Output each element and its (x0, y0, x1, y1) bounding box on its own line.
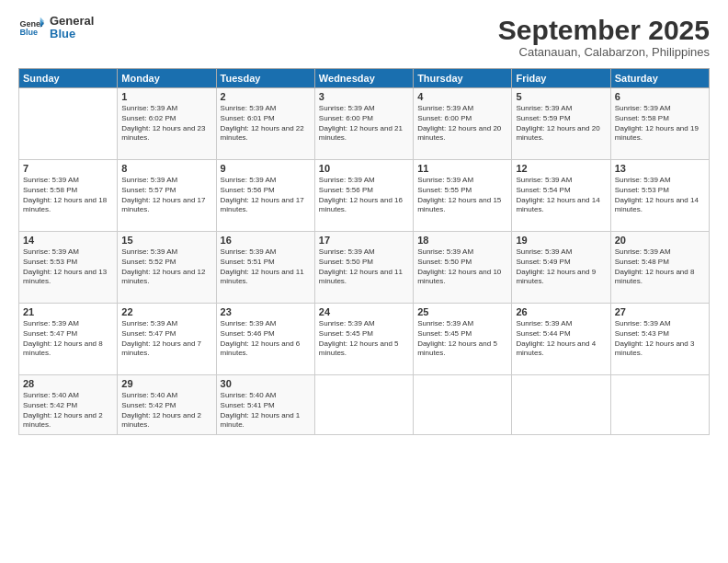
day-cell: 15Sunrise: 5:39 AM Sunset: 5:52 PM Dayli… (118, 232, 216, 304)
day-cell: 24Sunrise: 5:39 AM Sunset: 5:45 PM Dayli… (314, 304, 413, 375)
day-cell: 7Sunrise: 5:39 AM Sunset: 5:58 PM Daylig… (19, 160, 118, 232)
week-row-1: 7Sunrise: 5:39 AM Sunset: 5:58 PM Daylig… (19, 160, 710, 232)
day-number: 14 (23, 235, 113, 246)
day-number: 10 (319, 163, 409, 174)
week-row-4: 28Sunrise: 5:40 AM Sunset: 5:42 PM Dayli… (19, 375, 710, 435)
day-cell: 28Sunrise: 5:40 AM Sunset: 5:42 PM Dayli… (19, 375, 118, 435)
logo-icon: General Blue (18, 15, 44, 40)
day-number: 20 (615, 235, 705, 246)
day-number: 1 (121, 91, 211, 102)
week-row-3: 21Sunrise: 5:39 AM Sunset: 5:47 PM Dayli… (19, 304, 710, 375)
header-cell-monday: Monday (118, 69, 216, 88)
header: General Blue General Blue September 2025… (18, 15, 710, 59)
day-cell: 1Sunrise: 5:39 AM Sunset: 6:02 PM Daylig… (118, 88, 216, 160)
header-cell-saturday: Saturday (610, 69, 709, 88)
day-cell: 11Sunrise: 5:39 AM Sunset: 5:55 PM Dayli… (414, 160, 512, 232)
week-row-0: 1Sunrise: 5:39 AM Sunset: 6:02 PM Daylig… (19, 88, 710, 160)
logo: General Blue General Blue (18, 15, 94, 41)
day-cell (512, 375, 610, 435)
day-number: 22 (121, 306, 211, 317)
header-cell-friday: Friday (512, 69, 610, 88)
day-cell: 9Sunrise: 5:39 AM Sunset: 5:56 PM Daylig… (216, 160, 314, 232)
calendar-table: SundayMondayTuesdayWednesdayThursdayFrid… (18, 68, 710, 435)
cell-info: Sunrise: 5:39 AM Sunset: 5:52 PM Dayligh… (121, 247, 211, 287)
cell-info: Sunrise: 5:39 AM Sunset: 5:43 PM Dayligh… (615, 319, 705, 359)
day-number: 29 (121, 378, 211, 389)
cell-info: Sunrise: 5:39 AM Sunset: 5:45 PM Dayligh… (417, 319, 507, 359)
day-number: 13 (615, 163, 705, 174)
day-cell: 12Sunrise: 5:39 AM Sunset: 5:54 PM Dayli… (512, 160, 610, 232)
day-number: 19 (516, 235, 606, 246)
day-cell: 3Sunrise: 5:39 AM Sunset: 6:00 PM Daylig… (314, 88, 413, 160)
day-cell: 22Sunrise: 5:39 AM Sunset: 5:47 PM Dayli… (118, 304, 216, 375)
day-cell: 26Sunrise: 5:39 AM Sunset: 5:44 PM Dayli… (512, 304, 610, 375)
cell-info: Sunrise: 5:39 AM Sunset: 5:46 PM Dayligh… (221, 319, 311, 359)
day-cell (314, 375, 413, 435)
day-cell: 2Sunrise: 5:39 AM Sunset: 6:01 PM Daylig… (216, 88, 314, 160)
day-number: 8 (121, 163, 211, 174)
day-number: 9 (221, 163, 311, 174)
day-number: 5 (516, 91, 606, 102)
cell-info: Sunrise: 5:39 AM Sunset: 5:47 PM Dayligh… (23, 319, 113, 359)
day-cell: 18Sunrise: 5:39 AM Sunset: 5:50 PM Dayli… (414, 232, 512, 304)
cell-info: Sunrise: 5:39 AM Sunset: 5:50 PM Dayligh… (417, 247, 507, 287)
cell-info: Sunrise: 5:39 AM Sunset: 5:50 PM Dayligh… (319, 247, 409, 287)
cell-info: Sunrise: 5:39 AM Sunset: 5:49 PM Dayligh… (516, 247, 606, 287)
day-cell (610, 375, 709, 435)
header-cell-thursday: Thursday (414, 69, 512, 88)
cell-info: Sunrise: 5:39 AM Sunset: 6:01 PM Dayligh… (221, 104, 311, 144)
cell-info: Sunrise: 5:39 AM Sunset: 5:59 PM Dayligh… (516, 104, 606, 144)
header-cell-sunday: Sunday (19, 69, 118, 88)
day-number: 28 (23, 378, 113, 389)
day-number: 15 (121, 235, 211, 246)
cell-info: Sunrise: 5:39 AM Sunset: 5:47 PM Dayligh… (121, 319, 211, 359)
logo-line1: General (50, 15, 94, 28)
cell-info: Sunrise: 5:40 AM Sunset: 5:42 PM Dayligh… (23, 391, 113, 431)
day-cell: 5Sunrise: 5:39 AM Sunset: 5:59 PM Daylig… (512, 88, 610, 160)
day-number: 4 (417, 91, 507, 102)
week-row-2: 14Sunrise: 5:39 AM Sunset: 5:53 PM Dayli… (19, 232, 710, 304)
day-cell: 10Sunrise: 5:39 AM Sunset: 5:56 PM Dayli… (314, 160, 413, 232)
cell-info: Sunrise: 5:39 AM Sunset: 5:54 PM Dayligh… (516, 176, 606, 215)
cell-info: Sunrise: 5:39 AM Sunset: 5:53 PM Dayligh… (23, 247, 113, 287)
day-number: 6 (615, 91, 705, 102)
month-title: September 2025 (498, 15, 710, 45)
day-cell: 16Sunrise: 5:39 AM Sunset: 5:51 PM Dayli… (216, 232, 314, 304)
day-number: 18 (417, 235, 507, 246)
day-number: 27 (615, 306, 705, 317)
day-number: 26 (516, 306, 606, 317)
cell-info: Sunrise: 5:39 AM Sunset: 5:55 PM Dayligh… (417, 176, 507, 215)
cell-info: Sunrise: 5:39 AM Sunset: 6:00 PM Dayligh… (319, 104, 409, 144)
day-number: 11 (417, 163, 507, 174)
day-number: 25 (417, 306, 507, 317)
day-cell: 29Sunrise: 5:40 AM Sunset: 5:42 PM Dayli… (118, 375, 216, 435)
cell-info: Sunrise: 5:39 AM Sunset: 5:56 PM Dayligh… (319, 176, 409, 215)
cell-info: Sunrise: 5:39 AM Sunset: 5:48 PM Dayligh… (615, 247, 705, 287)
day-cell: 23Sunrise: 5:39 AM Sunset: 5:46 PM Dayli… (216, 304, 314, 375)
day-cell: 25Sunrise: 5:39 AM Sunset: 5:45 PM Dayli… (414, 304, 512, 375)
day-number: 24 (319, 306, 409, 317)
day-cell: 17Sunrise: 5:39 AM Sunset: 5:50 PM Dayli… (314, 232, 413, 304)
day-number: 17 (319, 235, 409, 246)
day-cell (414, 375, 512, 435)
cell-info: Sunrise: 5:39 AM Sunset: 5:51 PM Dayligh… (221, 247, 311, 287)
svg-text:Blue: Blue (19, 29, 38, 38)
day-cell: 20Sunrise: 5:39 AM Sunset: 5:48 PM Dayli… (610, 232, 709, 304)
header-row: SundayMondayTuesdayWednesdayThursdayFrid… (19, 69, 710, 88)
cell-info: Sunrise: 5:39 AM Sunset: 5:44 PM Dayligh… (516, 319, 606, 359)
page: General Blue General Blue September 2025… (0, 0, 728, 563)
day-number: 7 (23, 163, 113, 174)
day-cell: 27Sunrise: 5:39 AM Sunset: 5:43 PM Dayli… (610, 304, 709, 375)
subtitle: Catanauan, Calabarzon, Philippines (498, 45, 710, 59)
day-number: 23 (221, 306, 311, 317)
cell-info: Sunrise: 5:40 AM Sunset: 5:42 PM Dayligh… (121, 391, 211, 431)
cell-info: Sunrise: 5:39 AM Sunset: 5:57 PM Dayligh… (121, 176, 211, 215)
cell-info: Sunrise: 5:39 AM Sunset: 5:53 PM Dayligh… (615, 176, 705, 215)
day-cell: 19Sunrise: 5:39 AM Sunset: 5:49 PM Dayli… (512, 232, 610, 304)
day-cell: 14Sunrise: 5:39 AM Sunset: 5:53 PM Dayli… (19, 232, 118, 304)
day-cell (19, 88, 118, 160)
cell-info: Sunrise: 5:39 AM Sunset: 5:58 PM Dayligh… (23, 176, 113, 215)
cell-info: Sunrise: 5:39 AM Sunset: 6:00 PM Dayligh… (417, 104, 507, 144)
day-cell: 13Sunrise: 5:39 AM Sunset: 5:53 PM Dayli… (610, 160, 709, 232)
day-cell: 30Sunrise: 5:40 AM Sunset: 5:41 PM Dayli… (216, 375, 314, 435)
